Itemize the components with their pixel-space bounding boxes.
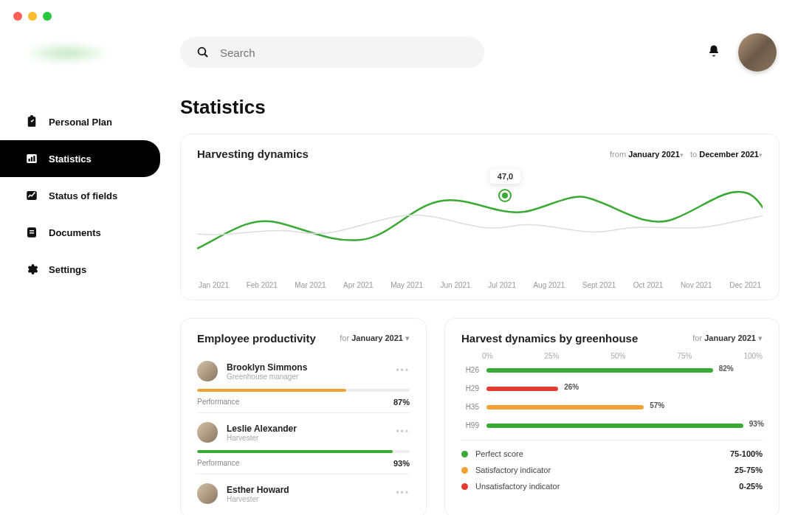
minimize-dot[interactable] <box>28 12 37 21</box>
employee-name: Esther Howard <box>227 485 289 495</box>
window-controls <box>13 12 52 21</box>
svg-point-0 <box>199 48 206 55</box>
harvesting-dynamics-card: Harvesting dynamics from January 2021▾ t… <box>180 134 780 300</box>
performance-bar <box>197 389 410 392</box>
performance-bar <box>197 450 410 453</box>
logo <box>22 44 111 62</box>
greenhouse-bar: 82% <box>486 368 763 373</box>
x-axis-label: Oct 2021 <box>633 281 664 289</box>
card-title: Harvest dynamics by greenhouse <box>461 332 638 345</box>
sidebar-item-label: Personal Plan <box>49 117 112 128</box>
harvest-chart: 47,0 <box>197 175 763 271</box>
statistics-icon <box>25 152 38 165</box>
x-axis-label: Feb 2021 <box>247 281 278 289</box>
chart-marker <box>500 190 510 201</box>
card-title: Harvesting dynamics <box>197 148 309 160</box>
maximize-dot[interactable] <box>43 12 52 21</box>
sidebar: Personal Plan Statistics Status of field… <box>0 103 160 288</box>
greenhouse-card: Harvest dynamics by greenhouse for Janua… <box>444 318 780 515</box>
bell-icon[interactable] <box>707 44 720 61</box>
employee-avatar <box>197 483 218 504</box>
employee-role: Harvester <box>227 495 289 503</box>
clipboard-icon <box>25 115 38 128</box>
chevron-down-icon: ▾ <box>405 333 410 342</box>
legend-label: Satisfactory indicator <box>475 466 551 474</box>
sidebar-item-statistics[interactable]: Statistics <box>0 140 160 177</box>
more-icon[interactable]: ••• <box>396 426 410 437</box>
from-label: from <box>610 150 626 159</box>
chevron-down-icon: ▾ <box>680 151 684 159</box>
greenhouse-row: H2926% <box>461 384 763 393</box>
legend-dot <box>461 451 468 457</box>
greenhouse-value: 57% <box>650 401 664 409</box>
sidebar-item-label: Documents <box>49 227 101 238</box>
axis-tick: 100% <box>743 352 763 360</box>
x-axis-label: Apr 2021 <box>343 281 374 289</box>
legend: Perfect score75-100%Satisfactory indicat… <box>461 440 763 491</box>
to-date-select[interactable]: December 2021 <box>699 150 759 159</box>
svg-rect-4 <box>31 157 32 162</box>
employee-name: Brooklyn Simmons <box>227 362 307 373</box>
legend-row: Satisfactory indicator25-75% <box>461 466 763 474</box>
card-title: Employee productivity <box>197 332 316 345</box>
employee-name: Leslie Alexander <box>227 424 297 434</box>
greenhouse-value: 93% <box>749 420 764 428</box>
to-label: to <box>690 150 697 159</box>
sidebar-item-label: Status of fields <box>49 190 117 201</box>
avatar[interactable] <box>738 33 777 72</box>
legend-range: 25-75% <box>734 466 763 474</box>
svg-rect-3 <box>29 159 30 162</box>
employee-avatar <box>197 361 218 381</box>
more-icon[interactable]: ••• <box>396 488 410 498</box>
greenhouse-bar: 26% <box>486 387 763 391</box>
axis-tick: 25% <box>544 352 559 360</box>
period-select[interactable]: for January 2021 ▾ <box>692 333 763 343</box>
employee-row: Brooklyn SimmonsGreenhouse manager•••Per… <box>197 352 410 407</box>
search-icon <box>196 46 210 59</box>
chevron-down-icon: ▾ <box>758 333 763 342</box>
legend-range: 0-25% <box>739 482 763 491</box>
employee-row: Leslie AlexanderHarvester•••Performance9… <box>197 412 410 468</box>
greenhouse-bar: 93% <box>486 424 763 428</box>
search-box[interactable] <box>180 37 484 68</box>
greenhouse-label: H26 <box>461 366 479 374</box>
search-input[interactable] <box>220 46 468 59</box>
svg-line-1 <box>204 54 207 57</box>
svg-point-7 <box>34 192 35 193</box>
more-icon[interactable]: ••• <box>396 365 410 376</box>
chevron-down-icon: ▾ <box>759 151 763 159</box>
sidebar-item-status-of-fields[interactable]: Status of fields <box>0 177 160 214</box>
gear-icon <box>25 263 38 276</box>
x-axis-label: Nov 2021 <box>681 281 712 289</box>
sidebar-item-label: Settings <box>49 264 86 275</box>
greenhouse-label: H35 <box>461 403 479 411</box>
legend-dot <box>461 483 468 490</box>
employee-role: Greenhouse manager <box>227 373 307 381</box>
performance-value: 87% <box>393 398 410 407</box>
sidebar-item-documents[interactable]: Documents <box>0 214 160 251</box>
svg-rect-5 <box>33 156 35 162</box>
x-axis-label: Sept 2021 <box>582 281 616 289</box>
from-date-select[interactable]: January 2021 <box>628 150 680 159</box>
close-dot[interactable] <box>13 12 22 21</box>
period-select[interactable]: for January 2021 ▾ <box>340 333 410 343</box>
chart-tooltip: 47,0 <box>490 169 520 184</box>
x-axis: Jan 2021Feb 2021Mar 2021Apr 2021May 2021… <box>197 281 763 289</box>
legend-row: Perfect score75-100% <box>461 449 763 458</box>
greenhouse-label: H29 <box>461 384 479 393</box>
date-range: from January 2021▾ to December 2021▾ <box>610 150 763 159</box>
performance-label: Performance <box>197 398 239 407</box>
legend-range: 75-100% <box>730 449 763 458</box>
sidebar-item-settings[interactable]: Settings <box>0 251 160 288</box>
x-axis-label: Jul 2021 <box>488 281 516 289</box>
axis-tick: 75% <box>677 352 692 360</box>
legend-label: Unsatisfactory indicator <box>475 482 560 491</box>
main-content: Statistics Harvesting dynamics from Janu… <box>180 96 780 515</box>
sidebar-item-personal-plan[interactable]: Personal Plan <box>0 103 160 140</box>
x-axis-label: Jun 2021 <box>441 281 471 289</box>
axis-tick: 50% <box>610 352 625 360</box>
greenhouse-row: H9993% <box>461 421 763 429</box>
x-axis-label: Jan 2021 <box>199 281 229 289</box>
sidebar-item-label: Statistics <box>49 153 92 165</box>
greenhouse-label: H99 <box>461 421 479 429</box>
